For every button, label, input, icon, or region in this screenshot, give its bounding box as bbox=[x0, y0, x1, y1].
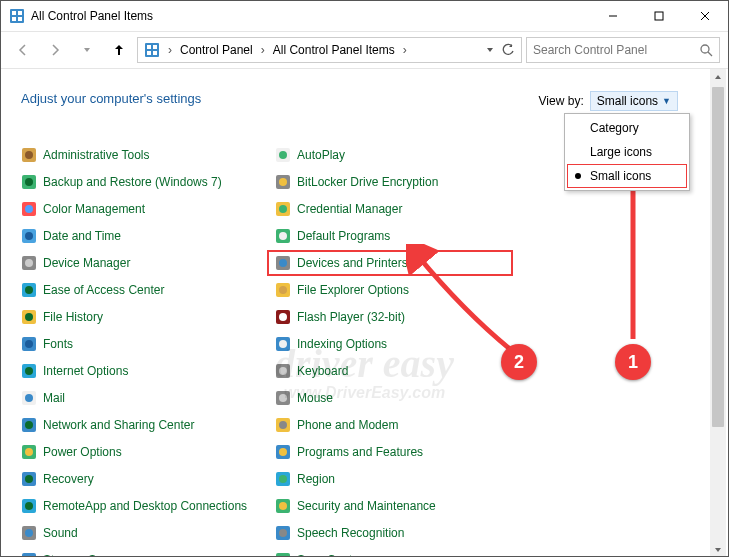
item-label: Power Options bbox=[43, 445, 122, 459]
control-panel-item[interactable]: Administrative Tools bbox=[21, 146, 251, 164]
minimize-button[interactable] bbox=[590, 1, 636, 31]
chevron-down-icon: ▼ bbox=[662, 96, 671, 106]
svg-rect-12 bbox=[147, 51, 151, 55]
svg-rect-46 bbox=[22, 553, 36, 557]
item-label: Phone and Modem bbox=[297, 418, 398, 432]
item-label: Flash Player (32-bit) bbox=[297, 310, 405, 324]
view-by-menu: Category Large icons Small icons bbox=[564, 113, 690, 191]
control-panel-item[interactable]: Security and Maintenance bbox=[275, 497, 505, 515]
svg-point-67 bbox=[279, 394, 287, 402]
item-label: AutoPlay bbox=[297, 148, 345, 162]
item-label: Device Manager bbox=[43, 256, 130, 270]
phone-icon bbox=[275, 417, 291, 433]
scrollbar-thumb[interactable] bbox=[712, 87, 724, 427]
control-panel-item[interactable]: Sync Center bbox=[275, 551, 505, 557]
view-by-dropdown[interactable]: Small icons ▼ bbox=[590, 91, 678, 111]
svg-rect-10 bbox=[147, 45, 151, 49]
refresh-button[interactable] bbox=[501, 43, 515, 57]
item-label: Fonts bbox=[43, 337, 73, 351]
svg-point-41 bbox=[25, 475, 33, 483]
control-panel-item[interactable]: Programs and Features bbox=[275, 443, 505, 461]
item-label: Mouse bbox=[297, 391, 333, 405]
forward-button[interactable] bbox=[41, 36, 69, 64]
control-panel-item[interactable]: Device Manager bbox=[21, 254, 251, 272]
control-panel-item[interactable]: Default Programs bbox=[275, 227, 505, 245]
control-panel-item[interactable]: Devices and Printers bbox=[267, 250, 513, 276]
control-panel-item[interactable]: Flash Player (32-bit) bbox=[275, 308, 505, 326]
ease-access-icon bbox=[21, 282, 37, 298]
control-panel-item[interactable]: Keyboard bbox=[275, 362, 505, 380]
control-panel-item[interactable]: Region bbox=[275, 470, 505, 488]
control-panel-item[interactable]: RemoteApp and Desktop Connections bbox=[21, 497, 251, 515]
control-panel-item[interactable]: Storage Spaces bbox=[21, 551, 251, 557]
content-area: Adjust your computer's settings View by:… bbox=[1, 69, 728, 557]
svg-rect-78 bbox=[276, 553, 290, 557]
control-panel-item[interactable]: Network and Sharing Center bbox=[21, 416, 251, 434]
devices-printers-icon bbox=[275, 255, 291, 271]
close-button[interactable] bbox=[682, 1, 728, 31]
view-by-option-small-icons[interactable]: Small icons bbox=[567, 164, 687, 188]
control-panel-item[interactable]: Ease of Access Center bbox=[21, 281, 251, 299]
control-panel-item[interactable]: Credential Manager bbox=[275, 200, 505, 218]
network-icon bbox=[21, 417, 37, 433]
control-panel-item[interactable]: Color Management bbox=[21, 200, 251, 218]
control-panel-app-icon bbox=[9, 8, 25, 24]
svg-point-65 bbox=[279, 367, 287, 375]
svg-point-45 bbox=[25, 529, 33, 537]
indexing-icon bbox=[275, 336, 291, 352]
control-panel-item[interactable]: Internet Options bbox=[21, 362, 251, 380]
items-column-2: AutoPlayBitLocker Drive EncryptionCreden… bbox=[275, 146, 505, 557]
control-panel-item[interactable]: Mouse bbox=[275, 389, 505, 407]
control-panel-item[interactable]: Sound bbox=[21, 524, 251, 542]
control-panel-item[interactable]: File Explorer Options bbox=[275, 281, 505, 299]
chevron-right-icon[interactable]: › bbox=[401, 43, 409, 57]
view-by-option-large-icons[interactable]: Large icons bbox=[567, 140, 687, 164]
control-panel-item[interactable]: File History bbox=[21, 308, 251, 326]
item-label: Internet Options bbox=[43, 364, 128, 378]
item-label: Network and Sharing Center bbox=[43, 418, 194, 432]
chevron-right-icon[interactable]: › bbox=[166, 43, 174, 57]
svg-rect-13 bbox=[153, 51, 157, 55]
vertical-scrollbar[interactable] bbox=[710, 69, 726, 557]
scroll-down-button[interactable] bbox=[710, 542, 726, 557]
recent-locations-button[interactable] bbox=[73, 36, 101, 64]
item-label: Region bbox=[297, 472, 335, 486]
breadcrumb-seg-control-panel[interactable]: Control Panel bbox=[176, 38, 257, 62]
control-panel-item[interactable]: Recovery bbox=[21, 470, 251, 488]
control-panel-item[interactable]: Mail bbox=[21, 389, 251, 407]
control-panel-item[interactable]: Fonts bbox=[21, 335, 251, 353]
svg-point-75 bbox=[279, 502, 287, 510]
control-panel-item[interactable]: BitLocker Drive Encryption bbox=[275, 173, 505, 191]
svg-point-37 bbox=[25, 421, 33, 429]
svg-line-15 bbox=[708, 52, 712, 56]
view-by-option-category[interactable]: Category bbox=[567, 116, 687, 140]
maximize-button[interactable] bbox=[636, 1, 682, 31]
svg-point-27 bbox=[25, 286, 33, 294]
chevron-right-icon[interactable]: › bbox=[259, 43, 267, 57]
folder-options-icon bbox=[275, 282, 291, 298]
address-bar[interactable]: › Control Panel › All Control Panel Item… bbox=[137, 37, 522, 63]
control-panel-item[interactable]: Date and Time bbox=[21, 227, 251, 245]
svg-rect-3 bbox=[12, 17, 16, 21]
search-input[interactable]: Search Control Panel bbox=[526, 37, 720, 63]
item-label: Date and Time bbox=[43, 229, 121, 243]
control-panel-item[interactable]: AutoPlay bbox=[275, 146, 505, 164]
control-panel-item[interactable]: Phone and Modem bbox=[275, 416, 505, 434]
control-panel-item[interactable]: Speech Recognition bbox=[275, 524, 505, 542]
breadcrumb-history-button[interactable] bbox=[485, 45, 495, 55]
view-by-value: Small icons bbox=[597, 94, 658, 108]
svg-point-77 bbox=[279, 529, 287, 537]
scroll-up-button[interactable] bbox=[710, 69, 726, 85]
control-panel-item[interactable]: Indexing Options bbox=[275, 335, 505, 353]
breadcrumb-seg-all-items[interactable]: All Control Panel Items bbox=[269, 38, 399, 62]
item-label: Administrative Tools bbox=[43, 148, 150, 162]
item-label: RemoteApp and Desktop Connections bbox=[43, 499, 247, 513]
up-button[interactable] bbox=[105, 36, 133, 64]
backup-icon bbox=[21, 174, 37, 190]
control-panel-item[interactable]: Backup and Restore (Windows 7) bbox=[21, 173, 251, 191]
control-panel-item[interactable]: Power Options bbox=[21, 443, 251, 461]
item-label: Sound bbox=[43, 526, 78, 540]
item-label: BitLocker Drive Encryption bbox=[297, 175, 438, 189]
item-label: Mail bbox=[43, 391, 65, 405]
back-button[interactable] bbox=[9, 36, 37, 64]
